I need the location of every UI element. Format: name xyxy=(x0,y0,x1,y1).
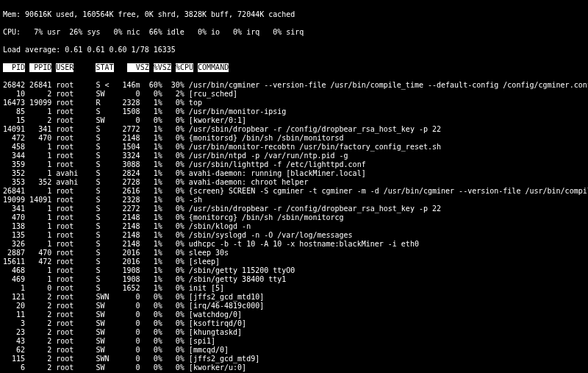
process-row: 121 2 root SWN 0 0% 0% [jffs2_gcd_mtd10] xyxy=(3,293,585,302)
process-row: 115 2 root SWN 0 0% 0% [jffs2_gcd_mtd9] xyxy=(3,355,585,363)
process-row: 85 1 root S 1508 1% 0% /usr/bin/monitor-… xyxy=(3,107,585,116)
process-row: 14091 341 root S 2772 1% 0% /usr/sbin/dr… xyxy=(3,125,585,134)
process-list: 26842 26841 root S < 146m 60% 30% /usr/b… xyxy=(3,81,585,373)
col-pvsz: %VSZ xyxy=(154,63,171,72)
process-row: 23 2 root SW 0 0% 0% [khungtaskd] xyxy=(3,328,585,337)
process-row: 135 1 root S 2148 1% 0% /sbin/syslogd -n… xyxy=(3,231,585,240)
process-row: 15611 472 root S 2016 1% 0% [sleep] xyxy=(3,257,585,266)
col-pcpu: %CPU xyxy=(176,63,193,72)
col-ppid: PPID xyxy=(29,63,51,72)
process-row: 19099 14091 root S 2328 1% 0% -sh xyxy=(3,196,585,205)
header-row: PID PPID USER STAT VSZ %VSZ %CPU COMMAND xyxy=(3,63,585,72)
load-line: Load average: 0.61 0.61 0.60 1/78 16335 xyxy=(3,46,585,54)
process-row: 353 352 avahi S 2728 1% 0% avahi-daemon:… xyxy=(3,178,585,187)
process-row: 138 1 root S 2148 1% 0% /sbin/klogd -n xyxy=(3,222,585,231)
mem-line: Mem: 90616K used, 160564K free, 0K shrd,… xyxy=(3,10,585,19)
col-pid: PID xyxy=(3,63,25,72)
process-row: 10 2 root SW 0 0% 2% [rcu_sched] xyxy=(3,90,585,99)
process-row: 326 1 root S 2148 1% 0% udhcpc -b -t 10 … xyxy=(3,240,585,249)
process-row: 472 470 root S 2148 1% 0% {monitorsd} /b… xyxy=(3,134,585,143)
process-row: 15 2 root SW 0 0% 0% [kworker/0:1] xyxy=(3,116,585,125)
col-stat: STAT xyxy=(96,63,113,72)
process-row: 469 1 root S 1908 1% 0% /sbin/getty 3840… xyxy=(3,275,585,284)
process-row: 43 2 root SW 0 0% 0% [spi1] xyxy=(3,337,585,346)
col-user: USER xyxy=(56,63,74,72)
process-row: 344 1 root S 3324 1% 0% /usr/bin/ntpd -p… xyxy=(3,152,585,160)
process-row: 6 2 root SW 0 0% 0% [kworker/u:0] xyxy=(3,363,585,372)
col-command: COMMAND xyxy=(198,63,229,72)
process-row: 26841 1 root S 2616 1% 0% {screen} SCREE… xyxy=(3,187,585,196)
process-row: 470 1 root S 2148 1% 0% {monitorcg} /bin… xyxy=(3,213,585,222)
cpu-line: CPU: 7% usr 26% sys 0% nic 66% idle 0% i… xyxy=(3,28,585,37)
process-row: 2887 470 root S 2016 1% 0% sleep 30s xyxy=(3,249,585,257)
process-row: 62 2 root SW 0 0% 0% [mmcqd/0] xyxy=(3,346,585,355)
process-row: 20 2 root SW 0 0% 0% [irq/46-4819c000] xyxy=(3,302,585,310)
col-vsz: VSZ xyxy=(127,63,149,72)
process-row: 1 0 root S 1652 1% 0% init [5] xyxy=(3,284,585,293)
process-row: 3 2 root SW 0 0% 0% [ksoftirqd/0] xyxy=(3,319,585,328)
process-row: 16473 19099 root R 2328 1% 0% top xyxy=(3,99,585,107)
process-row: 352 1 avahi S 2824 1% 0% avahi-daemon: r… xyxy=(3,169,585,178)
process-row: 359 1 root S 3088 1% 0% /usr/sbin/lightt… xyxy=(3,160,585,169)
terminal-output: Mem: 90616K used, 160564K free, 0K shrd,… xyxy=(0,0,588,373)
process-row: 341 1 root S 2272 1% 0% /usr/sbin/dropbe… xyxy=(3,205,585,213)
process-row: 458 1 root S 1504 1% 0% /usr/bin/monitor… xyxy=(3,143,585,152)
process-row: 26842 26841 root S < 146m 60% 30% /usr/b… xyxy=(3,81,585,90)
process-row: 11 2 root SW 0 0% 0% [watchdog/0] xyxy=(3,310,585,319)
process-row: 468 1 root S 1908 1% 0% /sbin/getty 1152… xyxy=(3,266,585,275)
